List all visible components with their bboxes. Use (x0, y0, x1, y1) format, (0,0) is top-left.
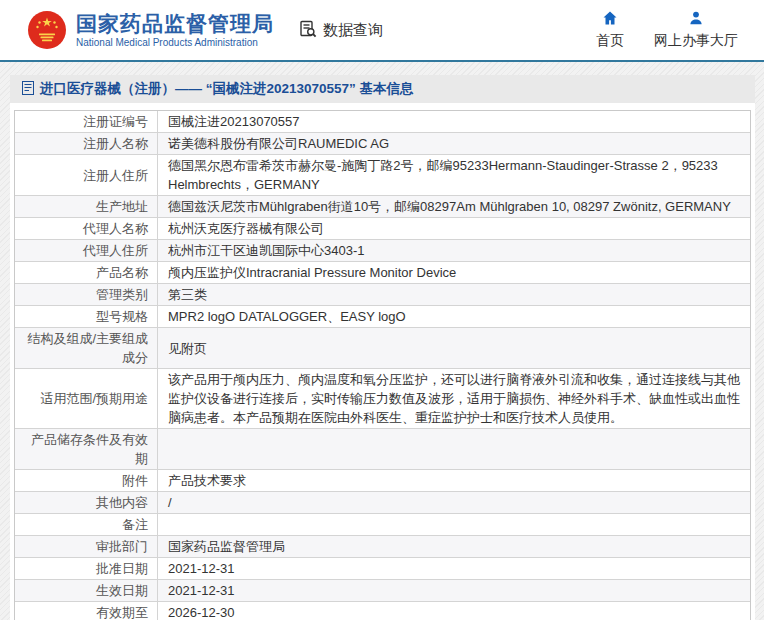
national-emblem-icon (28, 11, 66, 49)
row-value: 杭州市江干区迪凯国际中心3403-1 (158, 240, 750, 261)
table-row: 审批部门国家药品监督管理局 (15, 536, 750, 558)
row-label: 型号规格 (15, 306, 158, 327)
row-label: 附件 (15, 470, 158, 491)
table-row: 其他内容/ (15, 492, 750, 514)
home-icon (602, 10, 618, 29)
row-value: 诺美德科股份有限公司RAUMEDIC AG (158, 133, 750, 154)
row-value (158, 429, 750, 469)
row-value: 2021-12-31 (158, 580, 750, 601)
nav-service-hall[interactable]: 网上办事大厅 (654, 10, 738, 50)
table-row: 产品名称颅内压监护仪Intracranial Pressure Monitor … (15, 262, 750, 284)
row-value: / (158, 492, 750, 513)
data-query-label: 数据查询 (323, 21, 383, 40)
row-label: 其他内容 (15, 492, 158, 513)
document-icon (22, 81, 34, 98)
info-table: 注册证编号国械注进20213070557注册人名称诺美德科股份有限公司RAUME… (14, 110, 751, 620)
row-label: 适用范围/预期用途 (15, 369, 158, 428)
site-title-block: 国家药品监督管理局 National Medical Products Admi… (76, 12, 274, 48)
row-value: 该产品用于颅内压力、颅内温度和氧分压监护，还可以进行脑脊液外引流和收集，通过连接… (158, 369, 750, 428)
table-row: 生产地址德国兹沃尼茨市Mühlgraben街道10号，邮编08297Am Müh… (15, 196, 750, 218)
breadcrumb-text: 进口医疗器械（注册）—— “国械注进20213070557” 基本信息 (40, 80, 414, 98)
row-value: 国家药品监督管理局 (158, 536, 750, 557)
table-row: 注册人名称诺美德科股份有限公司RAUMEDIC AG (15, 133, 750, 155)
row-label: 代理人住所 (15, 240, 158, 261)
table-row: 注册人住所德国黑尔恩布雷希茨市赫尔曼-施陶丁路2号，邮编95233Hermann… (15, 155, 750, 196)
row-value: 2021-12-31 (158, 558, 750, 579)
table-row: 注册证编号国械注进20213070557 (15, 111, 750, 133)
data-query-button[interactable]: 数据查询 (298, 19, 383, 42)
site-header: 国家药品监督管理局 National Medical Products Admi… (0, 0, 764, 62)
row-label: 注册证编号 (15, 111, 158, 132)
row-label: 产品储存条件及有效期 (15, 429, 158, 469)
table-row: 适用范围/预期用途该产品用于颅内压力、颅内温度和氧分压监护，还可以进行脑脊液外引… (15, 369, 750, 429)
user-icon (688, 10, 704, 29)
table-row: 备注 (15, 514, 750, 536)
row-value: 2026-12-30 (158, 602, 750, 620)
row-label: 审批部门 (15, 536, 158, 557)
table-row: 批准日期2021-12-31 (15, 558, 750, 580)
nav-service-hall-label: 网上办事大厅 (654, 32, 738, 50)
header-nav: 首页 网上办事大厅 (596, 10, 748, 50)
row-label: 批准日期 (15, 558, 158, 579)
row-value (158, 514, 750, 535)
table-row: 附件产品技术要求 (15, 470, 750, 492)
table-row: 代理人名称杭州沃克医疗器械有限公司 (15, 218, 750, 240)
nav-home[interactable]: 首页 (596, 10, 624, 50)
row-value: 德国黑尔恩布雷希茨市赫尔曼-施陶丁路2号，邮编95233Hermann-Stau… (158, 155, 750, 195)
row-value: 产品技术要求 (158, 470, 750, 491)
org-name-cn: 国家药品监督管理局 (76, 12, 274, 36)
table-row: 代理人住所杭州市江干区迪凯国际中心3403-1 (15, 240, 750, 262)
table-row: 产品储存条件及有效期 (15, 429, 750, 470)
content-panel: 进口医疗器械（注册）—— “国械注进20213070557” 基本信息 注册证编… (10, 75, 755, 620)
row-value: MPR2 logO DATALOGGER、EASY logO (158, 306, 750, 327)
table-row: 生效日期2021-12-31 (15, 580, 750, 602)
row-label: 注册人住所 (15, 155, 158, 195)
table-row: 型号规格MPR2 logO DATALOGGER、EASY logO (15, 306, 750, 328)
table-row: 结构及组成/主要组成成分见附页 (15, 328, 750, 369)
row-label: 生产地址 (15, 196, 158, 217)
row-label: 代理人名称 (15, 218, 158, 239)
table-row: 有效期至2026-12-30 (15, 602, 750, 620)
org-name-en: National Medical Products Administration (76, 37, 274, 48)
row-value: 德国兹沃尼茨市Mühlgraben街道10号，邮编08297Am Mühlgra… (158, 196, 750, 217)
breadcrumb: 进口医疗器械（注册）—— “国械注进20213070557” 基本信息 (10, 75, 755, 103)
row-label: 管理类别 (15, 284, 158, 305)
site-logo-link[interactable]: 国家药品监督管理局 National Medical Products Admi… (28, 11, 274, 49)
data-query-icon (298, 19, 318, 42)
row-label: 产品名称 (15, 262, 158, 283)
row-label: 有效期至 (15, 602, 158, 620)
row-value: 第三类 (158, 284, 750, 305)
table-row: 管理类别第三类 (15, 284, 750, 306)
row-value: 国械注进20213070557 (158, 111, 750, 132)
row-value: 杭州沃克医疗器械有限公司 (158, 218, 750, 239)
row-label: 生效日期 (15, 580, 158, 601)
row-value: 颅内压监护仪Intracranial Pressure Monitor Devi… (158, 262, 750, 283)
row-value: 见附页 (158, 328, 750, 368)
row-label: 结构及组成/主要组成成分 (15, 328, 158, 368)
row-label: 备注 (15, 514, 158, 535)
row-label: 注册人名称 (15, 133, 158, 154)
nav-home-label: 首页 (596, 32, 624, 50)
